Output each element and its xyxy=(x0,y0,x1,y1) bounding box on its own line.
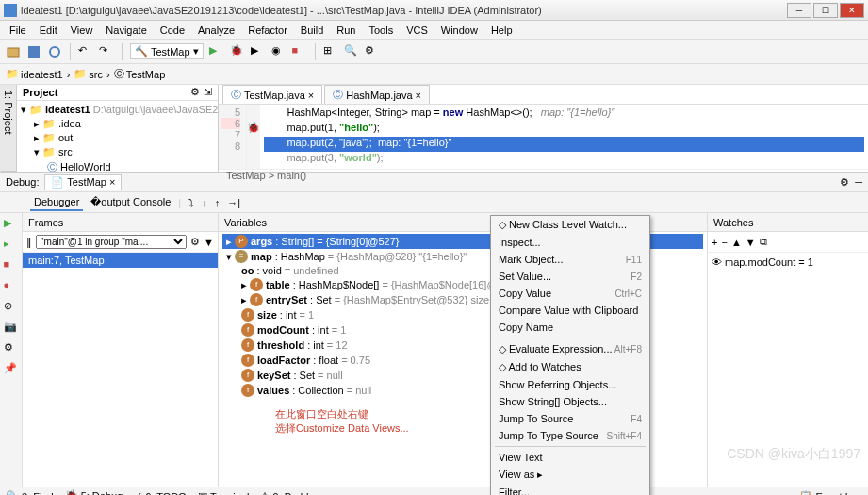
ctx-show-string-objects-[interactable]: Show String[] Objects... xyxy=(491,393,649,410)
maximize-button[interactable]: ☐ xyxy=(813,3,838,18)
tab-console[interactable]: �output Console xyxy=(90,196,171,208)
settings-icon[interactable]: ⚙ xyxy=(365,44,380,59)
tab-debug[interactable]: 🐞 5: Debug xyxy=(65,489,123,495)
ctx-jump-to-source[interactable]: Jump To SourceF4 xyxy=(491,410,649,427)
ctx-copy-name[interactable]: Copy Name xyxy=(491,319,649,336)
code-area[interactable]: 5 6 7 8 🐞 HashMap<Integer, String> map =… xyxy=(219,105,868,169)
rerun-icon[interactable]: ▶ xyxy=(4,217,19,232)
debug-icon[interactable]: 🐞 xyxy=(230,44,245,59)
down-icon[interactable]: ▼ xyxy=(745,237,756,248)
pause-icon[interactable]: ‖ xyxy=(26,236,32,248)
tab-terminal[interactable]: ▣ Terminal xyxy=(198,490,250,495)
up-icon[interactable]: ▲ xyxy=(731,237,742,248)
resume-icon[interactable]: ▸ xyxy=(4,238,19,253)
watermark: CSDN @kiva小白1997 xyxy=(727,446,860,463)
tab-project-vert[interactable]: 1: Project xyxy=(1,85,16,172)
stop-icon[interactable]: ■ xyxy=(4,258,19,273)
tab-testmap[interactable]: ⒸTestMap.java× xyxy=(222,85,322,104)
ctx-view-as[interactable]: View as ▸ xyxy=(491,466,649,484)
crumb-src[interactable]: 📁 src xyxy=(74,68,103,80)
tab-find[interactable]: 🔍 3: Find xyxy=(6,490,54,495)
menu-analyze[interactable]: Analyze xyxy=(192,23,240,38)
ctx-new-class-level-watch-[interactable]: ◇ New Class Level Watch... xyxy=(491,216,649,234)
breakpoints-icon[interactable]: ● xyxy=(4,279,19,294)
close-tab-icon[interactable]: × xyxy=(308,90,314,101)
settings-icon[interactable]: ⚙ xyxy=(4,341,19,356)
tab-hashmap[interactable]: ⒸHashMap.java× xyxy=(324,85,430,104)
gear-icon[interactable]: ⚙ xyxy=(840,176,849,189)
save-icon[interactable] xyxy=(26,44,41,59)
close-tab-icon[interactable]: × xyxy=(416,90,421,101)
watch-item[interactable]: 👁 map.modCount = 1 xyxy=(708,253,868,272)
ctx-compare-value-with-clipboard[interactable]: Compare Value with Clipboard xyxy=(491,302,649,319)
menubar: File Edit View Navigate Code Analyze Ref… xyxy=(0,21,868,40)
step-over-icon[interactable]: ⤵ xyxy=(188,197,194,208)
structure-icon[interactable]: ⊞ xyxy=(323,44,338,59)
menu-code[interactable]: Code xyxy=(155,23,190,38)
menu-refactor[interactable]: Refactor xyxy=(242,23,293,38)
ctx-set-value-[interactable]: Set Value...F2 xyxy=(491,268,649,285)
filter-icon[interactable]: ⚙ xyxy=(190,236,200,248)
menu-build[interactable]: Build xyxy=(295,23,329,38)
redo-icon[interactable]: ↷ xyxy=(99,44,114,59)
tab-problems[interactable]: ⚠ 9: Problems xyxy=(260,490,328,495)
project-tree[interactable]: ▾📁 ideatest1 D:\atguigu\javaee\JavaSE201… xyxy=(17,101,218,172)
remove-watch-icon[interactable]: − xyxy=(721,237,727,248)
menu-window[interactable]: Window xyxy=(435,23,483,38)
menu-navigate[interactable]: Navigate xyxy=(100,23,152,38)
context-menu: ◇ New Class Level Watch... Inspect... Ma… xyxy=(490,215,650,495)
run-to-cursor-icon[interactable]: →| xyxy=(227,197,240,208)
mute-icon[interactable]: ⊘ xyxy=(4,300,19,315)
menu-run[interactable]: Run xyxy=(331,23,361,38)
step-out-icon[interactable]: ↑ xyxy=(215,197,221,208)
nav-breadcrumb: 📁 ideatest1 › 📁 src › Ⓒ TestMap xyxy=(0,64,868,85)
run-config-selector[interactable]: 🔨 TestMap ▾ xyxy=(130,43,204,59)
gear-icon[interactable]: ⚙ xyxy=(190,86,200,98)
ctx-inspect-[interactable]: Inspect... xyxy=(491,234,649,251)
crumb-project[interactable]: 📁 ideatest1 xyxy=(6,68,63,80)
ctx-jump-to-type-source[interactable]: Jump To Type SourceShift+F4 xyxy=(491,427,649,444)
tab-eventlog[interactable]: 📋 Event Log xyxy=(799,490,862,495)
menu-edit[interactable]: Edit xyxy=(34,23,63,38)
ctx-copy-value[interactable]: Copy ValueCtrl+C xyxy=(491,285,649,302)
close-button[interactable]: ✕ xyxy=(840,3,864,18)
ctx-show-referring-objects-[interactable]: Show Referring Objects... xyxy=(491,376,649,393)
thread-select[interactable]: "main"@1 in group "mai... xyxy=(36,235,187,249)
frame-selected[interactable]: main:7, TestMap xyxy=(23,253,218,268)
pin-icon[interactable]: 📌 xyxy=(4,362,19,377)
ctx-filter-[interactable]: Filter... xyxy=(491,484,649,495)
minimize-icon[interactable]: ─ xyxy=(855,176,862,188)
add-watch-icon[interactable]: + xyxy=(712,237,717,248)
tab-todo[interactable]: ✓ 6: TODO xyxy=(134,490,187,495)
copy-icon[interactable]: ⧉ xyxy=(760,236,767,248)
debug-toolbar-left: ▶ ▸ ■ ● ⊘ 📷 ⚙ 📌 xyxy=(0,213,23,487)
step-into-icon[interactable]: ↓ xyxy=(202,197,207,208)
camera-icon[interactable]: 📷 xyxy=(4,321,19,336)
menu-file[interactable]: File xyxy=(4,23,32,38)
search-icon[interactable]: 🔍 xyxy=(344,44,359,59)
open-icon[interactable] xyxy=(6,44,21,59)
menu-view[interactable]: View xyxy=(65,23,99,38)
stop-icon[interactable]: ■ xyxy=(292,44,307,59)
crumb-file[interactable]: Ⓒ TestMap xyxy=(114,67,166,81)
minimize-button[interactable]: ─ xyxy=(787,3,811,18)
menu-vcs[interactable]: VCS xyxy=(401,23,434,38)
coverage-icon[interactable]: ▶ xyxy=(251,44,266,59)
refresh-icon[interactable] xyxy=(47,44,62,59)
tab-debugger[interactable]: Debugger xyxy=(30,194,83,211)
bottom-tabs: 🔍 3: Find 🐞 5: Debug ✓ 6: TODO ▣ Termina… xyxy=(0,487,868,495)
profile-icon[interactable]: ◉ xyxy=(271,44,287,59)
ctx-evaluate-expression-[interactable]: ◇ Evaluate Expression...Alt+F8 xyxy=(491,340,649,358)
menu-help[interactable]: Help xyxy=(485,23,518,38)
undo-icon[interactable]: ↶ xyxy=(78,44,93,59)
ctx-view-text[interactable]: View Text xyxy=(491,449,649,466)
collapse-icon[interactable]: ⇲ xyxy=(204,86,212,98)
editor-crumb[interactable]: TestMap > main() xyxy=(219,169,868,181)
ctx-add-to-watches[interactable]: ◇ Add to Watches xyxy=(491,358,649,376)
run-icon[interactable]: ▶ xyxy=(209,44,224,59)
menu-tools[interactable]: Tools xyxy=(363,23,399,38)
funnel-icon[interactable]: ▼ xyxy=(204,237,214,248)
ctx-mark-object-[interactable]: Mark Object...F11 xyxy=(491,251,649,268)
run-config-label: TestMap xyxy=(151,46,190,58)
debug-session[interactable]: 📄 TestMap × xyxy=(44,174,122,190)
